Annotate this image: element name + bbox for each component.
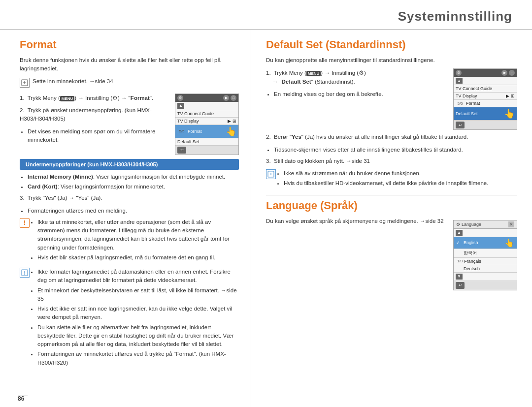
- language-text: Du kan velge ønsket språk på skjermenyen…: [266, 217, 448, 229]
- menu2-up-btn: ▲: [456, 78, 463, 84]
- lang-label-deutsch: Deutsch: [464, 266, 514, 271]
- step-2-bullet-1: Det vises en melding som spør om du vil …: [28, 127, 170, 145]
- submenu-list: Internal Memory (Minne): Viser lagringsi…: [20, 173, 239, 191]
- note-icon-1: [20, 78, 30, 88]
- lang-label-korean: 한국어: [464, 250, 514, 256]
- menu-back-btn: ↩: [177, 147, 186, 154]
- lang-menu-close-btn: ✕: [508, 221, 514, 227]
- right-step-3: 3. Still dato og klokken på nytt. →side …: [266, 157, 517, 165]
- menu-screenshot-1: ⚙ ▶ □ ▲ TV Connect Guide TV Display ▶ ⊞: [175, 94, 239, 155]
- lang-row-korean: 한국어: [454, 249, 517, 258]
- menu-label-format: Format: [188, 129, 223, 134]
- menu2-label-default-set: Default Set: [456, 111, 502, 116]
- menu-row-tv-connect: TV Connect Guide: [175, 110, 238, 118]
- menu-label-tv-connect: TV Connect Guide: [177, 111, 236, 116]
- format-section-title: Format: [20, 38, 239, 51]
- menu-header-2: ⚙ ▶ □: [454, 69, 517, 77]
- lang-row-deutsch: Deutsch: [454, 265, 517, 273]
- menu-icon-2a: ▶: [501, 70, 507, 76]
- menu-icon-1: ▶: [223, 95, 229, 101]
- menu-icon-2b: □: [509, 70, 515, 76]
- right-step-2-bullet: Tidssone-skjermen vises etter at alle in…: [274, 146, 517, 154]
- right-step-1-content: 1. Trykk Meny (MENU) → Innstilling (⚙) →…: [266, 68, 448, 86]
- menu2-row-tv-connect: TV Connect Guide: [454, 85, 517, 93]
- menu2-label-tv-connect: TV Connect Guide: [456, 86, 515, 91]
- note-item-3: Hvis det ikke er satt inn noe lagringsme…: [37, 305, 239, 322]
- page-header: Systeminnstilling: [0, 0, 532, 30]
- step-3-bullet-1: Formateringen utføres med en melding.: [28, 207, 239, 215]
- lang-label-francais: Français: [464, 259, 514, 264]
- submenu-banner: Undermenyoppføringer (kun HMX-H303/H304/…: [20, 159, 239, 170]
- menu-icon-2: □: [231, 95, 236, 101]
- menu2-arrow-tv-display: ▶ ⊞: [506, 94, 515, 98]
- step-1-content: 1. Trykk Meny (MENU) → Innstilling (⚙) →…: [20, 94, 170, 102]
- right-note-item-2: Hvis du tilbakestiller HD-videokameraet,…: [284, 179, 488, 188]
- lang-bottom: ↩: [454, 281, 517, 290]
- right-step-2: 2. Berør "Yes" (Ja) hvis du ønsker at al…: [266, 133, 517, 141]
- submenu-item-2: Card (Kort): Viser lagringsinformasjon f…: [28, 183, 239, 191]
- cursor-icon-2: 👆: [504, 108, 515, 119]
- language-section-title: Language (Språk): [266, 199, 517, 212]
- step-1-text: 1. Trykk Meny (MENU) → Innstilling (⚙) →…: [20, 94, 170, 147]
- menu2-back-btn: ↩: [456, 122, 465, 128]
- right-step-2-bullets: Tidssone-skjermen vises etter at alle in…: [266, 146, 517, 154]
- menu-up-btn: ▲: [177, 103, 184, 109]
- lang-label-english: English: [464, 240, 503, 245]
- note-list: Ikke formater lagringsmediet på datamask…: [33, 268, 239, 367]
- menu2-row-up: ▲: [454, 77, 517, 85]
- menu2-row-format: 5/5 Format: [454, 100, 517, 107]
- cursor-icon-lang: 👆: [504, 238, 514, 248]
- warning-content: Ikke ta ut minnekortet, eller utfør andr…: [33, 218, 239, 265]
- note-block: Ikke formater lagringsmediet på datamask…: [20, 268, 239, 370]
- menu2-label-tv-display: TV Display: [456, 94, 504, 98]
- section-divider: [266, 195, 517, 195]
- right-note-item-1: Ikke slå av strømmen når du bruker denne…: [284, 169, 488, 178]
- right-note-content: Ikke slå av strømmen når du bruker denne…: [279, 169, 488, 191]
- note-text-1: Sette inn minnekortet. →side 34: [33, 77, 113, 86]
- menu-bottom: ↩: [175, 146, 238, 155]
- note-item-4: Du kan slette alle filer og alternativer…: [37, 323, 239, 349]
- warning-item-2: Hvis det blir skader på lagringsmediet, …: [37, 253, 239, 262]
- lang-menu-header: ⚙ Language ✕: [454, 220, 517, 229]
- lang-menu-title-text: Language: [462, 222, 481, 227]
- step-3-text: 3. Trykk "Yes" (Ja) → "Yes" (Ja).: [20, 194, 239, 202]
- default-set-intro: Du kan gjenopprette alle menyinnstilling…: [266, 56, 517, 64]
- cursor-icon: 👆: [226, 126, 236, 137]
- language-menu-screenshot: ⚙ Language ✕ ▲ ✓ English 👆 한국어: [453, 220, 517, 290]
- menu-header-icons: ▶ □: [223, 95, 236, 101]
- menu-icon-settings-2: ⚙: [456, 70, 462, 76]
- menu-row-up: ▲: [175, 102, 238, 110]
- warning-list: Ikke ta ut minnekortet, eller utfør andr…: [33, 218, 239, 262]
- right-step-1-row: 1. Trykk Meny (MENU) → Innstilling (⚙) →…: [266, 68, 517, 130]
- menu-label-default-set: Default Set: [177, 139, 236, 144]
- menu-screenshot-2: ⚙ ▶ □ ▲ TV Connect Guide TV Display ▶ ⊞: [453, 68, 517, 130]
- menu2-row-tv-display: TV Display ▶ ⊞: [454, 93, 517, 100]
- lang-check-english: ✓: [456, 240, 462, 245]
- page-title: Systeminnstilling: [20, 9, 512, 24]
- note-icon-blue: [20, 268, 30, 278]
- language-row: Du kan velge ønsket språk på skjermenyen…: [266, 217, 517, 290]
- note-box-1: Sette inn minnekortet. →side 34: [20, 77, 239, 90]
- menu-row-format: 5/5 Format 👆: [175, 125, 238, 138]
- warning-block: ! Ikke ta ut minnekortet, eller utfør an…: [20, 218, 239, 265]
- right-note-icon: [266, 169, 276, 179]
- step-2-bullets: Det vises en melding som spør om du vil …: [20, 127, 170, 145]
- menu2-label-format: Format: [466, 101, 515, 106]
- menu-label-tv-display: TV Display: [177, 119, 226, 124]
- note-content: Ikke formater lagringsmediet på datamask…: [33, 268, 239, 370]
- lang-row-page: 1/8 Français: [454, 258, 517, 265]
- content-area: Format Bruk denne funksjonen hvis du øns…: [0, 30, 532, 407]
- submenu-item-1: Internal Memory (Minne): Viser lagringsi…: [28, 173, 239, 181]
- lang-menu-title: ⚙ Language: [456, 222, 481, 227]
- menu2-bottom: ↩: [454, 121, 517, 129]
- language-intro: Du kan velge ønsket språk på skjermenyen…: [266, 217, 448, 225]
- lang-row-down: ▼: [454, 273, 517, 281]
- right-note-block: Ikke slå av strømmen når du bruker denne…: [266, 169, 517, 191]
- lang-page-indicator: 1/8: [456, 259, 463, 263]
- default-set-title: Default Set (Standardinnst): [266, 38, 517, 51]
- format-intro: Bruk denne funksjonen hvis du ønsker å s…: [20, 56, 239, 73]
- right-column: Default Set (Standardinnst) Du kan gjeno…: [251, 30, 532, 407]
- menu-arrow-tv-display: ▶ ⊞: [228, 119, 236, 124]
- menu-icon-settings: ⚙: [177, 95, 183, 101]
- right-note-list: Ikke slå av strømmen når du bruker denne…: [279, 169, 488, 188]
